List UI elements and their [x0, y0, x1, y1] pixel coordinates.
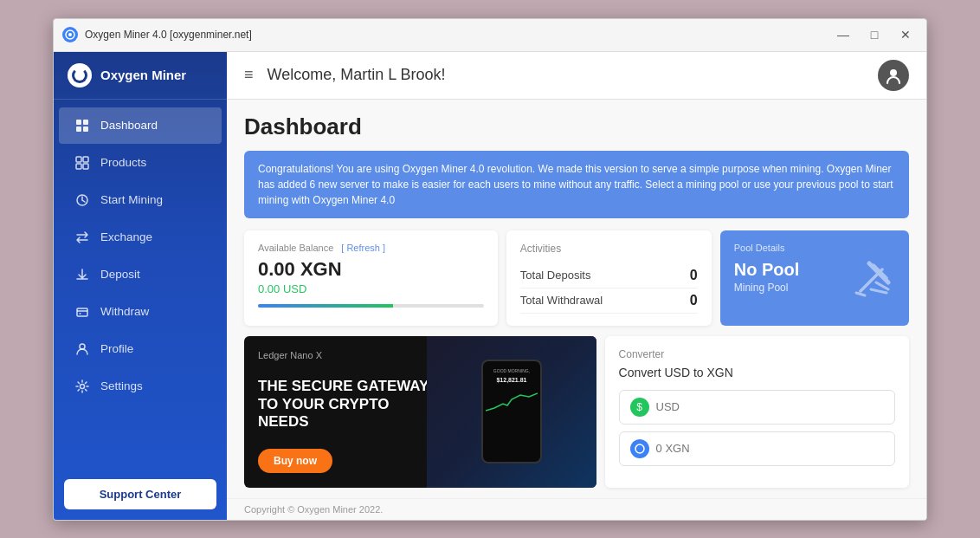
nav-items: Dashboard Products [54, 100, 227, 469]
sidebar-item-dashboard[interactable]: Dashboard [59, 107, 222, 144]
svg-point-15 [890, 69, 897, 76]
user-avatar[interactable] [878, 60, 909, 91]
svg-rect-3 [83, 120, 88, 125]
deposit-icon [73, 265, 92, 284]
sidebar-item-profile[interactable]: Profile [59, 331, 222, 367]
sidebar-item-settings[interactable]: Settings [59, 368, 222, 405]
sidebar-item-products[interactable]: Products [59, 145, 222, 181]
withdrawal-label: Total Withdrawal [520, 294, 603, 307]
sidebar-item-label: Products [100, 156, 146, 169]
logo-text: Oxygen Miner [100, 68, 186, 82]
balance-label: Available Balance [ Refresh ] [258, 243, 484, 253]
svg-line-19 [856, 293, 865, 295]
ad-card: Sponsor Ledger Nano X THE SECURE GATEWAY… [244, 336, 596, 488]
exchange-icon [73, 228, 92, 247]
sidebar-logo: Oxygen Miner [54, 52, 227, 100]
dashboard-icon [73, 116, 92, 135]
svg-point-13 [80, 344, 85, 349]
app-body: Oxygen Miner Dashboard [54, 52, 926, 520]
balance-card: Available Balance [ Refresh ] 0.00 XGN 0… [244, 230, 498, 326]
page-title: Dashboard [244, 113, 909, 140]
usd-input-container: $ [619, 390, 895, 425]
mining-pickaxe-icon [852, 256, 895, 300]
menu-icon[interactable]: ≡ [244, 66, 254, 84]
progress-bar [258, 304, 484, 308]
footer: Copyright © Oxygen Miner 2022. [227, 498, 926, 520]
refresh-link[interactable]: [ Refresh ] [341, 243, 385, 253]
balance-usd: 0.00 USD [258, 282, 484, 295]
progress-bar-fill [258, 304, 393, 308]
logo-icon [68, 63, 92, 88]
withdraw-icon [73, 302, 92, 321]
window-title: Oxygen Miner 4.0 [oxygenminer.net] [85, 29, 831, 41]
sidebar-item-label: Profile [100, 342, 133, 355]
sidebar-item-start-mining[interactable]: Start Mining [59, 182, 222, 218]
svg-rect-2 [76, 120, 81, 125]
converter-card: Converter Convert USD to XGN $ [605, 336, 909, 488]
pool-label: Pool Details [734, 243, 895, 253]
phone-mockup: GOOD MORNING, $12,821.81 [481, 360, 542, 463]
xgn-input[interactable] [656, 442, 884, 455]
svg-point-14 [81, 384, 85, 388]
sidebar-item-label: Settings [100, 379, 143, 392]
support-center-button[interactable]: Support Center [64, 479, 216, 509]
profile-icon [73, 340, 92, 359]
sidebar-item-label: Start Mining [100, 193, 163, 206]
svg-rect-4 [76, 126, 81, 132]
activities-title: Activities [520, 243, 698, 255]
phone-chart [486, 386, 538, 417]
balance-xgn: 0.00 XGN [258, 258, 484, 281]
svg-rect-8 [76, 164, 81, 169]
xgn-input-container [619, 431, 895, 466]
converter-title: Converter [619, 348, 895, 360]
settings-icon [73, 377, 92, 396]
pool-card: Pool Details No Pool Mining Pool [720, 230, 909, 326]
sidebar-item-withdraw[interactable]: Withdraw [59, 294, 222, 330]
svg-rect-9 [83, 164, 88, 169]
withdrawal-value: 0 [690, 293, 698, 308]
phone-label: GOOD MORNING, [493, 368, 530, 373]
deposits-value: 0 [690, 268, 698, 283]
app-icon [62, 27, 78, 42]
minimize-button[interactable]: — [831, 25, 855, 44]
content-area: Dashboard Congratulations! You are using… [227, 100, 926, 498]
phone-balance: $12,821.81 [496, 377, 526, 383]
sidebar-item-label: Deposit [100, 268, 140, 281]
svg-rect-6 [76, 157, 81, 162]
svg-point-12 [80, 313, 81, 314]
sidebar-item-deposit[interactable]: Deposit [59, 256, 222, 293]
topbar: ≡ Welcome, Martin L Brook! [227, 52, 926, 100]
main-content: ≡ Welcome, Martin L Brook! Dashboard Con… [227, 52, 926, 520]
mining-icon [73, 191, 92, 210]
sidebar-item-label: Exchange [100, 230, 152, 243]
ad-headline: THE SECURE GATEWAY TO YOUR CRYPTO NEEDS [258, 378, 436, 431]
converter-subtitle: Convert USD to XGN [619, 366, 895, 379]
copyright: Copyright © Oxygen Miner 2022. [244, 504, 383, 515]
sidebar: Oxygen Miner Dashboard [54, 52, 227, 520]
sidebar-item-exchange[interactable]: Exchange [59, 219, 222, 256]
titlebar: Oxygen Miner 4.0 [oxygenminer.net] — □ ✕ [54, 19, 926, 52]
ad-buy-button[interactable]: Buy now [258, 449, 332, 473]
activities-card: Activities Total Deposits 0 Total Withdr… [506, 230, 712, 326]
svg-line-20 [871, 289, 887, 293]
sidebar-item-label: Withdraw [100, 305, 149, 318]
svg-rect-5 [83, 126, 88, 132]
maximize-button[interactable]: □ [862, 25, 887, 44]
activity-withdrawal-row: Total Withdrawal 0 [520, 288, 698, 314]
xgn-icon [630, 439, 649, 458]
svg-rect-7 [83, 157, 88, 162]
window-controls: — □ ✕ [831, 25, 918, 44]
usd-icon: $ [630, 398, 649, 417]
svg-point-1 [68, 33, 72, 36]
sidebar-item-label: Dashboard [100, 119, 158, 132]
cards-row: Available Balance [ Refresh ] 0.00 XGN 0… [244, 230, 909, 326]
products-icon [73, 153, 92, 172]
ad-device-image: GOOD MORNING, $12,821.81 [427, 336, 596, 488]
usd-input[interactable] [656, 400, 884, 413]
deposits-label: Total Deposits [520, 269, 591, 282]
close-button[interactable]: ✕ [893, 25, 918, 44]
bottom-row: Sponsor Ledger Nano X THE SECURE GATEWAY… [244, 336, 909, 488]
welcome-message: Welcome, Martin L Brook! [268, 66, 878, 84]
svg-point-22 [635, 444, 644, 453]
activity-deposits-row: Total Deposits 0 [520, 263, 698, 288]
